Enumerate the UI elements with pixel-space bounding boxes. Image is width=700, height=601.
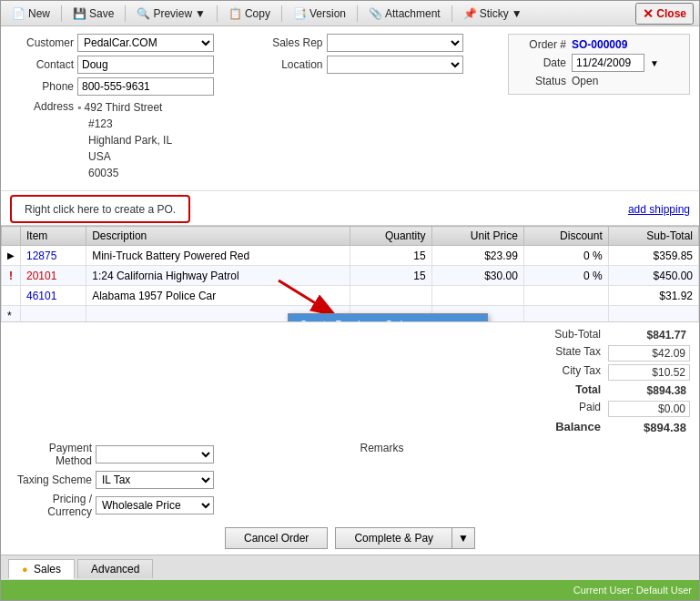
address-line4: USA	[88, 150, 111, 163]
contact-input[interactable]	[77, 56, 214, 74]
save-button[interactable]: 💾 Save	[67, 5, 119, 22]
totals-col: Sub-Total $841.77 State Tax $42.09 City …	[535, 328, 690, 438]
tabs-area: ● Sales Advanced	[1, 555, 699, 580]
paid-row: Paid $0.00	[535, 401, 690, 417]
items-table: Item Description Quantity Unit Price Dis…	[1, 226, 699, 322]
payment-mid: Remarks	[354, 442, 691, 454]
item-description: 1:24 California Highway Patrol	[86, 266, 350, 286]
date-dropdown-icon[interactable]: ▼	[650, 58, 659, 68]
payment-method-label: Payment Method	[10, 442, 92, 467]
row-warn: !	[2, 266, 21, 286]
preview-button[interactable]: 🔍 Preview ▼	[131, 5, 211, 22]
phone-label: Phone	[10, 80, 74, 93]
form-mid: Sales Rep Location	[259, 34, 500, 185]
col-discount: Discount	[523, 227, 608, 246]
table-row[interactable]: 46101 Alabama 1957 Police Car $31.92	[2, 286, 699, 306]
new-button[interactable]: 📄 New	[6, 5, 56, 22]
customer-select[interactable]: PedalCar.COM	[77, 34, 214, 52]
totals-section: Sub-Total $841.77 State Tax $42.09 City …	[10, 328, 690, 438]
payment-method-select[interactable]	[96, 445, 214, 463]
item-num: 20101	[21, 266, 86, 286]
status-row: Status Open	[516, 75, 682, 87]
form-area: Customer PedalCar.COM Contact Phone Addr…	[1, 26, 699, 191]
city-tax-value: $10.52	[608, 364, 690, 381]
context-menu-item-create-po[interactable]: Create Purchase Order	[289, 314, 487, 322]
attachment-button[interactable]: 📎 Attachment	[363, 5, 446, 22]
sep6	[451, 5, 452, 22]
col-unit-price: Unit Price	[431, 227, 523, 246]
copy-button[interactable]: 📋 Copy	[223, 5, 276, 22]
taxing-scheme-row: Taxing Scheme IL Tax	[10, 471, 347, 489]
version-button[interactable]: 📑 Version	[288, 5, 351, 22]
item-subtotal: $450.00	[608, 266, 698, 286]
item-description: Alabama 1957 Police Car	[86, 286, 350, 306]
action-buttons: Cancel Order Complete & Pay ▼	[10, 527, 690, 549]
sticky-dropdown-icon: ▼	[512, 7, 522, 20]
sep3	[217, 5, 218, 22]
new-icon: 📄	[12, 7, 25, 20]
payment-left: Payment Method Taxing Scheme IL Tax Pric…	[10, 442, 347, 522]
state-tax-row: State Tax $42.09	[535, 345, 690, 362]
date-label: Date	[516, 56, 566, 69]
table-area: Item Description Quantity Unit Price Dis…	[1, 225, 699, 322]
cancel-order-button[interactable]: Cancel Order	[225, 527, 328, 549]
phone-input[interactable]	[77, 77, 214, 96]
item-quantity	[350, 286, 431, 306]
sticky-button[interactable]: 📌 Sticky ▼	[458, 5, 528, 22]
contact-label: Contact	[10, 58, 74, 71]
complete-pay-dropdown-button[interactable]: ▼	[452, 527, 475, 549]
state-tax-label: State Tax	[535, 345, 608, 362]
item-quantity: 15	[350, 246, 431, 266]
taxing-scheme-label: Taxing Scheme	[10, 474, 92, 486]
col-item: Item	[21, 227, 86, 246]
balance-value: $894.38	[608, 420, 690, 435]
payment-method-row: Payment Method	[10, 442, 347, 467]
date-row: Date ▼	[516, 54, 682, 72]
sticky-icon: 📌	[463, 7, 477, 20]
form-right: Order # SO-000009 Date ▼ Status Open	[508, 34, 690, 185]
address-line1: 492 Third Street	[85, 101, 163, 114]
copy-icon: 📋	[228, 7, 242, 20]
date-input[interactable]	[572, 54, 644, 72]
close-icon: ✕	[643, 6, 654, 21]
total-label: Total	[535, 383, 608, 398]
item-discount: 0 %	[523, 266, 608, 286]
item-num: 46101	[21, 286, 86, 306]
location-label: Location	[259, 58, 323, 71]
taxing-scheme-select[interactable]: IL Tax	[96, 471, 214, 489]
context-hint-area: Right click here to create a PO. add shi…	[1, 191, 699, 225]
complete-pay-button[interactable]: Complete & Pay	[335, 527, 452, 549]
pricing-select[interactable]: Wholesale Price	[96, 496, 214, 514]
add-shipping-link[interactable]: add shipping	[628, 203, 690, 216]
close-button[interactable]: ✕ Close	[635, 3, 694, 25]
paid-value: $0.00	[608, 401, 690, 417]
address-block: ▪ 492 Third Street #123 Highland Park, I…	[77, 99, 172, 181]
item-description: Mini-Truck Battery Powered Red	[86, 246, 350, 266]
sales-rep-label: Sales Rep	[259, 36, 323, 49]
address-line3: Highland Park, IL	[88, 134, 172, 147]
sales-rep-select[interactable]	[327, 34, 463, 52]
preview-icon: 🔍	[137, 7, 150, 20]
table-row[interactable]: ▶ 12875 Mini-Truck Battery Powered Red 1…	[2, 246, 699, 266]
paid-label: Paid	[535, 401, 608, 417]
state-tax-value: $42.09	[608, 345, 690, 362]
item-discount: 0 %	[523, 246, 608, 266]
subtotal-label: Sub-Total	[535, 328, 608, 342]
payment-area: Payment Method Taxing Scheme IL Tax Pric…	[10, 442, 690, 522]
table-row[interactable]: ! 20101 1:24 California Highway Patrol 1…	[2, 266, 699, 286]
tab-advanced[interactable]: Advanced	[77, 559, 153, 578]
context-menu: Create Purchase Order Split Order by Inv…	[288, 313, 488, 322]
location-select[interactable]	[327, 56, 463, 74]
balance-label: Balance	[535, 420, 608, 435]
order-num-value: SO-000009	[572, 38, 627, 51]
address-line2: #123	[88, 117, 113, 130]
subtotal-value: $841.77	[608, 328, 690, 342]
tab-sales[interactable]: ● Sales	[8, 559, 75, 579]
item-quantity: 15	[350, 266, 431, 286]
address-label: Address	[10, 99, 74, 113]
sales-rep-row: Sales Rep	[259, 34, 500, 52]
version-icon: 📑	[293, 7, 307, 20]
remarks-label: Remarks	[354, 442, 404, 454]
status-bar: Current User: Default User	[1, 580, 699, 600]
city-tax-row: City Tax $10.52	[535, 364, 690, 381]
